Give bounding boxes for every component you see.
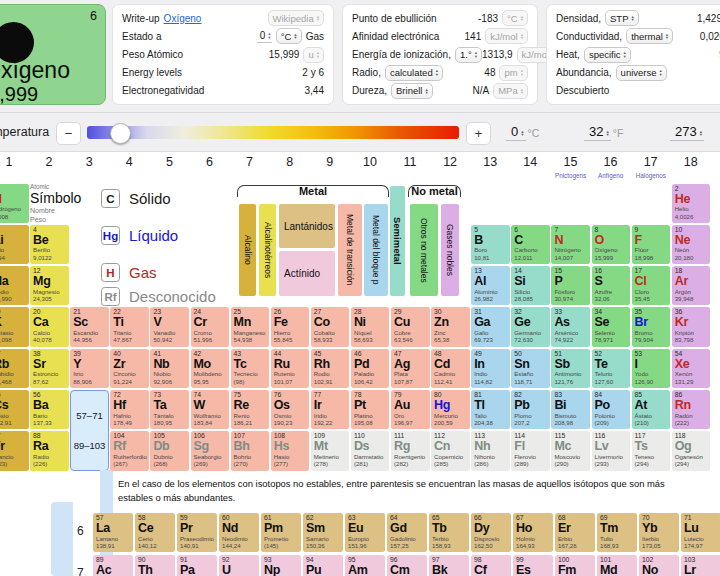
element-cell-Ag[interactable]: 47AgPlata107,87 [391,349,430,388]
radius-unit-dropdown[interactable]: pm [499,65,528,81]
fahrenheit-input[interactable]: 32 [584,124,611,141]
writeup-link[interactable]: Oxígeno [164,13,202,24]
element-cell-Sc[interactable]: 21ScEscandio44,956 [70,307,109,346]
element-cell-Ga[interactable]: 31GaGalio69,723 [471,307,510,346]
element-cell-Ra[interactable]: 88RaRadio(226) [30,431,69,470]
element-cell-B[interactable]: 5BBoro10,81 [471,225,510,264]
element-cell-S[interactable]: 16SAzufre32,06 [592,266,631,305]
element-cell-Lu[interactable]: 71LuLutecio174,97 [681,513,720,552]
element-cell-Lv[interactable]: 116LvLivermorio(293) [592,431,631,470]
element-cell-Fl[interactable]: 114FlFlerovio(289) [511,431,550,470]
element-cell-N[interactable]: 7NNitrógeno14,007 [551,225,590,264]
element-cell-V[interactable]: 23VVanadio50,942 [150,307,189,346]
element-cell-Rf[interactable]: 104RfRutherfordio(267) [110,431,149,470]
element-cell-Au[interactable]: 79AuOro196,97 [391,390,430,429]
legend-transition-metal[interactable]: Metal de transición [338,204,362,296]
element-cell-Rg[interactable]: 111RgRoentgenio(282) [391,431,430,470]
element-cell-Hf[interactable]: 72HfHafnio178,49 [110,390,149,429]
element-cell-Eu[interactable]: 63EuEuropio151,96 [345,513,385,552]
kelvin-input[interactable]: 273 [670,124,704,141]
element-cell-No[interactable]: 102No [639,555,679,576]
element-cell-Ta[interactable]: 73TaTántalo180,95 [150,390,189,429]
element-cell-Fe[interactable]: 26FeHierro55,845 [271,307,310,346]
celsius-input[interactable]: 0 [506,124,526,141]
element-cell-Kr[interactable]: 36KrKriptón83,798 [672,307,711,346]
state-temp-stepper[interactable]: 0 [257,30,272,43]
element-cell-Hs[interactable]: 108HsHasio(277) [271,431,310,470]
conductivity-type-dropdown[interactable]: thermal [626,28,673,44]
element-cell-Cu[interactable]: 29CuCobre63,546 [391,307,430,346]
element-cell-O[interactable]: 8OOxígeno15,999 [592,225,631,264]
element-cell-At[interactable]: 85AtÁstato(210) [632,390,671,429]
radius-type-dropdown[interactable]: calculated [385,65,443,81]
element-cell-Cf[interactable]: 98Cf [471,555,511,576]
element-cell-F[interactable]: 9FFlúor18,998 [632,225,671,264]
element-cell-Gd[interactable]: 64GdGadolinio157,25 [387,513,427,552]
element-cell-Mg[interactable]: 12MgMagnesio24,305 [30,266,69,305]
element-cell-Se[interactable]: 34SeSelenio78,971 [592,307,631,346]
element-cell-Bi[interactable]: 83BiBismuto208,98 [551,390,590,429]
legend-pblock-metal[interactable]: Metal del bloque p [364,204,388,296]
element-cell-Tb[interactable]: 65TbTerbio158,93 [429,513,469,552]
element-cell-Cs[interactable]: 55CsCesio132,91 [0,390,29,429]
abundance-scope-dropdown[interactable]: universe [616,65,667,81]
element-cell-Np[interactable]: 93Np [261,555,301,576]
element-cell-Mt[interactable]: 109MtMeitnerio(278) [311,431,350,470]
element-cell-C[interactable]: 6CCarbono12,011 [511,225,550,264]
ionization-order-dropdown[interactable]: 1.° [455,47,482,63]
element-cell-Pt[interactable]: 78PtPlatino195,08 [351,390,390,429]
element-cell-P[interactable]: 15PFósforo30,974 [551,266,590,305]
element-cell-Tl[interactable]: 81TlTalio204,38 [471,390,510,429]
element-cell-Br[interactable]: 35BrBromo79,904 [632,307,671,346]
element-cell-I[interactable]: 53IYodo126,90 [632,349,671,388]
element-cell-Ir[interactable]: 77IrIridio192,22 [311,390,350,429]
element-cell-Ce[interactable]: 58CeCerio140,12 [135,513,175,552]
element-cell-Db[interactable]: 105DbDubnio(268) [150,431,189,470]
element-cell-Pa[interactable]: 91Pa [177,555,217,576]
element-cell-Ni[interactable]: 28NiNíquel58,693 [351,307,390,346]
element-cell-Cm[interactable]: 96Cm [387,555,427,576]
legend-alkaline-earth[interactable]: Alcalinotérreos [259,204,276,296]
temperature-slider[interactable] [87,126,459,139]
element-cell-Co[interactable]: 27CoCobalto58,933 [311,307,350,346]
element-cell-Ar[interactable]: 18ArArgón39,948 [672,266,711,305]
element-cell-Cr[interactable]: 24CrCromo51,996 [191,307,230,346]
affinity-unit-dropdown[interactable]: kJ/mol [485,28,528,44]
legend-semimetal[interactable]: Semimetal [390,186,405,296]
element-cell-Ru[interactable]: 44RuRutenio101,07 [271,349,310,388]
lanthanide-actinide-range-box[interactable]: 57–71 89–103 [70,390,109,471]
legend-actinides[interactable]: Actínido [279,251,335,296]
element-cell-H[interactable]: 1HHidrógeno1,008 [0,184,29,223]
element-cell-Nh[interactable]: 113NhNihonio(286) [471,431,510,470]
density-cond-dropdown[interactable]: STP [605,10,639,26]
element-cell-Mo[interactable]: 42MoMolibdeno95,95 [191,349,230,388]
element-cell-Fm[interactable]: 100Fm [555,555,595,576]
element-cell-La[interactable]: 57LaLantano138,91 [93,513,133,552]
element-cell-Zr[interactable]: 40ZrCirconio91,224 [110,349,149,388]
hardness-unit-dropdown[interactable]: MPa [493,83,528,99]
element-cell-Tm[interactable]: 69TmTulio168,93 [597,513,637,552]
element-cell-Zn[interactable]: 30ZnZinc65,38 [431,307,470,346]
element-cell-Mn[interactable]: 25MnManganeso54,938 [231,307,270,346]
element-cell-Sr[interactable]: 38SrEstroncio87,62 [30,349,69,388]
element-cell-Nb[interactable]: 41NbNiobio92,906 [150,349,189,388]
element-cell-K[interactable]: 19KPotasio39,098 [0,307,29,346]
element-cell-Mc[interactable]: 115McMoscovio(290) [551,431,590,470]
element-cell-Cn[interactable]: 112CnCopernicio(285) [431,431,470,470]
element-cell-Sb[interactable]: 51SbAntimonio121,76 [551,349,590,388]
atomic-weight-unit-dropdown[interactable]: u [303,47,324,63]
element-cell-Na[interactable]: 11NaSodio22,990 [0,266,29,305]
hardness-scale-dropdown[interactable]: Brinell [391,83,433,99]
element-cell-Ti[interactable]: 22TiTitanio47,867 [110,307,149,346]
element-cell-U[interactable]: 92U [219,555,259,576]
element-cell-W[interactable]: 74WWolframio183,84 [191,390,230,429]
element-cell-Pm[interactable]: 61PmPrometio(145) [261,513,301,552]
legend-alkali[interactable]: Alcalino [239,204,256,296]
element-cell-Pu[interactable]: 94Pu [303,555,343,576]
element-cell-Al[interactable]: 13AlAluminio26,982 [471,266,510,305]
temperature-minus-button[interactable]: − [56,122,81,145]
element-cell-Ge[interactable]: 32GeGermanio72,630 [511,307,550,346]
element-cell-Ds[interactable]: 110DsDarmstatio(281) [351,431,390,470]
state-unit-dropdown[interactable]: °C [276,28,302,44]
element-cell-Y[interactable]: 39YItrio88,906 [70,349,109,388]
